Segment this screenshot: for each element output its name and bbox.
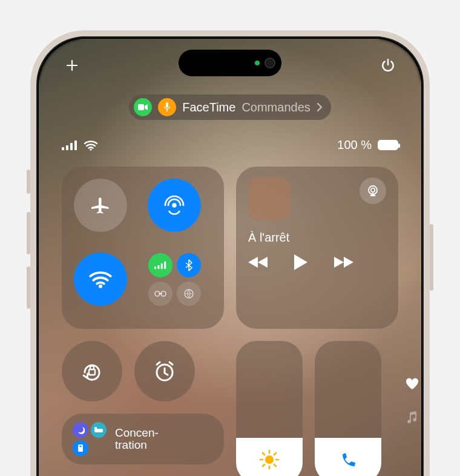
microphone-icon xyxy=(164,102,170,112)
media-next-button[interactable] xyxy=(333,256,353,269)
airplay-button[interactable] xyxy=(360,177,386,204)
svg-rect-22 xyxy=(78,445,83,452)
svg-rect-11 xyxy=(160,263,162,268)
front-camera-lens xyxy=(264,58,275,68)
orientation-lock-icon xyxy=(79,358,105,385)
svg-rect-9 xyxy=(154,266,156,269)
satellite-icon xyxy=(183,288,194,299)
plus-icon xyxy=(65,58,79,73)
svg-rect-10 xyxy=(157,265,159,269)
mic-status-dot xyxy=(158,98,176,116)
do-not-disturb-icon xyxy=(73,422,88,438)
sun-icon xyxy=(259,449,280,470)
camera-active-dot xyxy=(255,61,260,65)
volume-slider[interactable] xyxy=(315,341,381,476)
svg-rect-2 xyxy=(62,147,64,150)
chevron-right-icon xyxy=(317,102,323,112)
power-icon xyxy=(380,58,396,73)
svg-rect-12 xyxy=(164,261,166,268)
facetime-secondary-label: Commandes xyxy=(242,101,310,114)
svg-rect-18 xyxy=(89,369,95,375)
battery-percentage: 100 % xyxy=(337,138,372,152)
dynamic-island xyxy=(179,50,281,76)
connectivity-tile[interactable] xyxy=(62,167,224,329)
cellular-data-toggle[interactable] xyxy=(148,253,172,277)
focus-label: Concen- tration xyxy=(115,427,159,451)
side-button-power xyxy=(430,224,433,291)
bluetooth-icon xyxy=(185,259,192,271)
power-button[interactable] xyxy=(378,55,398,76)
bluetooth-toggle[interactable] xyxy=(177,253,201,277)
status-row: 100 % xyxy=(62,138,398,152)
battery-icon xyxy=(378,140,398,150)
rewind-icon xyxy=(248,256,269,269)
svg-point-7 xyxy=(172,203,176,207)
sleep-focus-icon xyxy=(91,422,107,438)
svg-rect-1 xyxy=(166,102,168,108)
focus-mode-icons xyxy=(73,422,107,456)
alarm-button[interactable] xyxy=(134,341,195,402)
phone-icon xyxy=(339,452,357,470)
heart-icon xyxy=(406,378,419,390)
facetime-status-pill[interactable]: FaceTime Commandes xyxy=(129,94,331,120)
orientation-lock-button[interactable] xyxy=(62,341,122,402)
side-button-volume-up xyxy=(27,212,30,254)
music-page-indicator[interactable] xyxy=(406,411,419,424)
now-playing-tile[interactable]: À l'arrêt xyxy=(236,167,398,329)
screen: FaceTime Commandes xyxy=(39,39,421,476)
airplane-mode-toggle[interactable] xyxy=(74,179,127,232)
personal-focus-icon xyxy=(73,440,88,456)
airdrop-toggle[interactable] xyxy=(148,179,201,232)
camera-status-dot xyxy=(134,98,152,116)
favorites-page-indicator[interactable] xyxy=(406,378,419,390)
video-icon xyxy=(138,104,148,111)
svg-point-6 xyxy=(90,148,91,150)
wifi-toggle[interactable] xyxy=(74,253,127,306)
music-note-icon xyxy=(406,411,418,424)
alarm-clock-icon xyxy=(152,359,177,384)
side-button-volume-down xyxy=(27,266,30,309)
wifi-icon xyxy=(88,269,113,289)
album-art-placeholder xyxy=(248,177,291,220)
now-playing-title: À l'arrêt xyxy=(248,231,386,245)
airplay-icon xyxy=(366,185,380,197)
svg-rect-5 xyxy=(74,140,77,150)
side-button-mute xyxy=(27,170,30,194)
svg-point-17 xyxy=(371,188,375,192)
cellular-icon xyxy=(154,261,166,269)
svg-rect-21 xyxy=(94,427,97,429)
personal-hotspot-toggle[interactable] xyxy=(148,282,172,306)
connectivity-subgroup xyxy=(148,253,201,306)
svg-rect-4 xyxy=(70,143,73,150)
svg-rect-3 xyxy=(66,145,68,150)
wifi-icon xyxy=(84,140,98,151)
svg-rect-0 xyxy=(138,104,144,110)
airdrop-icon xyxy=(162,193,186,217)
svg-point-8 xyxy=(99,285,102,288)
airplane-icon xyxy=(90,194,111,216)
phone-frame: FaceTime Commandes xyxy=(30,30,430,476)
play-icon xyxy=(293,253,309,271)
media-play-button[interactable] xyxy=(293,253,309,271)
media-previous-button[interactable] xyxy=(248,256,269,269)
facetime-app-label: FaceTime xyxy=(182,101,235,114)
cellular-signal-icon xyxy=(62,140,77,150)
fastforward-icon xyxy=(333,256,353,269)
brightness-slider[interactable] xyxy=(236,341,303,476)
svg-point-24 xyxy=(265,455,274,464)
add-controls-button[interactable] xyxy=(62,55,82,76)
hotspot-icon xyxy=(154,290,167,297)
satellite-toggle[interactable] xyxy=(177,282,201,306)
focus-tile[interactable]: Concen- tration xyxy=(62,414,224,464)
svg-rect-23 xyxy=(80,446,82,447)
